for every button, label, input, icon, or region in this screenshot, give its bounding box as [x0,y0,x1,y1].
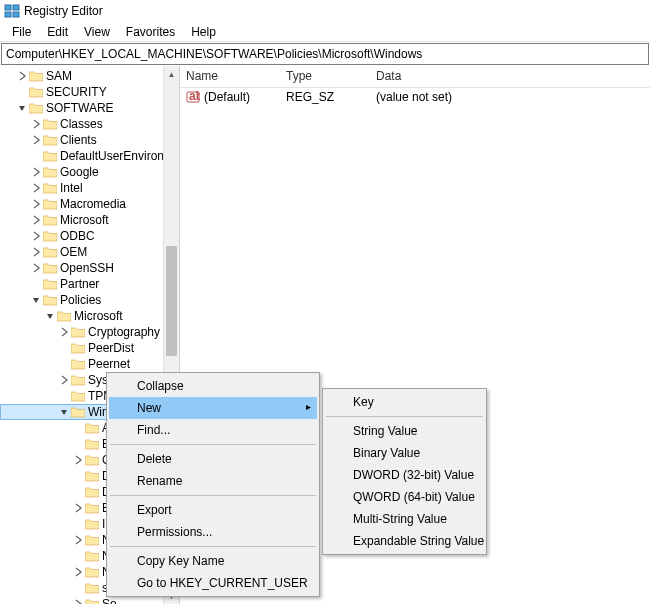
expander-icon[interactable] [72,502,84,514]
scroll-up-button[interactable]: ▲ [164,66,179,82]
expander-icon[interactable] [30,118,42,130]
tree-item-macromedia[interactable]: Macromedia [0,196,179,212]
expander-icon [58,390,70,402]
folder-icon [71,374,85,386]
tree-item-label: Macromedia [60,197,126,211]
tree-item-google[interactable]: Google [0,164,179,180]
col-header-name[interactable]: Name [180,66,280,87]
tree-item-label: Partner [60,277,99,291]
submenu-item-dword-32-bit-value[interactable]: DWORD (32-bit) Value [325,464,484,486]
tree-item-security[interactable]: SECURITY [0,84,179,100]
expander-icon[interactable] [30,246,42,258]
tree-item-sam[interactable]: SAM [0,68,179,84]
submenu-item-key[interactable]: Key [325,391,484,413]
expander-icon[interactable] [72,598,84,604]
expander-icon[interactable] [44,310,56,322]
expander-icon[interactable] [16,102,28,114]
expander-icon[interactable] [58,326,70,338]
expander-icon[interactable] [30,198,42,210]
submenu-item-binary-value[interactable]: Binary Value [325,442,484,464]
tree-item-odbc[interactable]: ODBC [0,228,179,244]
expander-icon[interactable] [30,214,42,226]
folder-icon [43,134,57,146]
tree-item-partner[interactable]: Partner [0,276,179,292]
tree-item-defaultuserenvironment[interactable]: DefaultUserEnvironment [0,148,179,164]
tree-item-peerdist[interactable]: PeerDist [0,340,179,356]
menu-item-export[interactable]: Export [109,499,317,521]
svg-rect-1 [13,5,19,10]
expander-icon[interactable] [30,182,42,194]
expander-icon[interactable] [72,534,84,546]
tree-item-openssh[interactable]: OpenSSH [0,260,179,276]
menu-item-find[interactable]: Find... [109,419,317,441]
tree-item-oem[interactable]: OEM [0,244,179,260]
folder-icon [43,118,57,130]
tree-item-classes[interactable]: Classes [0,116,179,132]
tree-item-cryptography[interactable]: Cryptography [0,324,179,340]
tree-item-se[interactable]: Se [0,596,179,604]
menu-item-new[interactable]: New [109,397,317,419]
context-submenu-new[interactable]: KeyString ValueBinary ValueDWORD (32-bit… [322,388,487,555]
tree-item-label: Microsoft [60,213,109,227]
submenu-item-expandable-string-value[interactable]: Expandable String Value [325,530,484,552]
context-menu[interactable]: CollapseNewFind...DeleteRenameExportPerm… [106,372,320,597]
value-name: (Default) [204,90,250,104]
folder-icon [71,326,85,338]
submenu-item-multi-string-value[interactable]: Multi-String Value [325,508,484,530]
expander-icon[interactable] [16,70,28,82]
menu-favorites[interactable]: Favorites [118,23,183,41]
col-header-type[interactable]: Type [280,66,370,87]
expander-icon[interactable] [30,294,42,306]
tree-item-label: SECURITY [46,85,107,99]
expander-icon [72,422,84,434]
value-row[interactable]: ab (Default) REG_SZ (value not set) [180,88,650,106]
menu-help[interactable]: Help [183,23,224,41]
folder-icon [85,598,99,604]
col-header-data[interactable]: Data [370,66,650,87]
tree-item-label: Intel [60,181,83,195]
tree-item-label: OpenSSH [60,261,114,275]
tree-item-label: Se [102,597,117,604]
expander-icon[interactable] [30,262,42,274]
folder-icon [29,102,43,114]
folder-icon [71,406,85,418]
address-bar[interactable]: Computer\HKEY_LOCAL_MACHINE\SOFTWARE\Pol… [1,43,649,65]
expander-icon[interactable] [30,166,42,178]
tree-item-label: Clients [60,133,97,147]
menu-view[interactable]: View [76,23,118,41]
expander-icon [72,550,84,562]
folder-icon [43,150,57,162]
menu-item-copy-key-name[interactable]: Copy Key Name [109,550,317,572]
submenu-item-string-value[interactable]: String Value [325,420,484,442]
menu-file[interactable]: File [4,23,39,41]
expander-icon [58,342,70,354]
menu-item-rename[interactable]: Rename [109,470,317,492]
tree-item-microsoft[interactable]: Microsoft [0,308,179,324]
expander-icon[interactable] [72,454,84,466]
expander-icon[interactable] [30,134,42,146]
menu-item-delete[interactable]: Delete [109,448,317,470]
list-header: Name Type Data [180,66,650,88]
menu-item-go-to-hkey-current-user[interactable]: Go to HKEY_CURRENT_USER [109,572,317,594]
tree-item-software[interactable]: SOFTWARE [0,100,179,116]
tree-item-clients[interactable]: Clients [0,132,179,148]
folder-icon [43,198,57,210]
tree-item-intel[interactable]: Intel [0,180,179,196]
menu-item-permissions[interactable]: Permissions... [109,521,317,543]
submenu-item-qword-64-bit-value[interactable]: QWORD (64-bit) Value [325,486,484,508]
menu-edit[interactable]: Edit [39,23,76,41]
tree-item-microsoft[interactable]: Microsoft [0,212,179,228]
folder-icon [85,486,99,498]
tree-item-peernet[interactable]: Peernet [0,356,179,372]
tree-item-policies[interactable]: Policies [0,292,179,308]
expander-icon [58,358,70,370]
expander-icon[interactable] [58,406,70,418]
expander-icon[interactable] [30,230,42,242]
expander-icon [16,86,28,98]
folder-icon [71,342,85,354]
expander-icon[interactable] [72,566,84,578]
scroll-thumb[interactable] [166,246,177,356]
folder-icon [29,70,43,82]
menu-item-collapse[interactable]: Collapse [109,375,317,397]
expander-icon[interactable] [58,374,70,386]
